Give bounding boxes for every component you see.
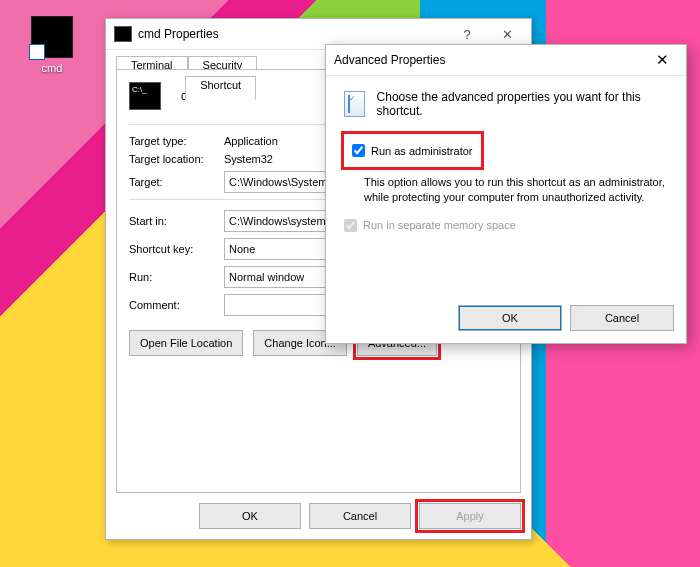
desktop-shortcut-cmd[interactable]: cmd (22, 16, 82, 74)
advanced-cancel-button[interactable]: Cancel (570, 305, 674, 331)
open-file-location-button[interactable]: Open File Location (129, 330, 243, 356)
run-as-admin-highlight: Run as administrator (344, 134, 481, 167)
apply-button[interactable]: Apply (419, 503, 521, 529)
target-type-value: Application (224, 135, 278, 147)
comment-label: Comment: (129, 299, 224, 311)
run-as-admin-label[interactable]: Run as administrator (371, 145, 473, 157)
ok-button[interactable]: OK (199, 503, 301, 529)
target-location-value: System32 (224, 153, 273, 165)
cancel-button[interactable]: Cancel (309, 503, 411, 529)
properties-footer: OK Cancel Apply (116, 503, 521, 529)
run-as-admin-description: This option allows you to run this short… (364, 175, 668, 205)
separate-memory-label: Run in separate memory space (363, 219, 516, 231)
properties-title: cmd Properties (138, 27, 447, 41)
desktop: cmd cmd Properties ? ✕ Terminal Security… (0, 0, 700, 567)
target-label: Target: (129, 176, 224, 188)
target-type-label: Target type: (129, 135, 224, 147)
advanced-titlebar[interactable]: Advanced Properties ✕ (326, 45, 686, 76)
target-location-label: Target location: (129, 153, 224, 165)
properties-sheet-icon (344, 91, 365, 117)
help-button[interactable]: ? (447, 23, 487, 45)
desktop-shortcut-label: cmd (22, 62, 82, 74)
cmd-icon (31, 16, 73, 58)
tab-shortcut[interactable]: Shortcut (185, 76, 256, 100)
run-label: Run: (129, 271, 224, 283)
app-icon (129, 82, 161, 110)
shortcutkey-label: Shortcut key: (129, 243, 224, 255)
advanced-intro-text: Choose the advanced properties you want … (377, 90, 668, 118)
close-button[interactable]: ✕ (487, 23, 527, 45)
advanced-properties-dialog: Advanced Properties ✕ Choose the advance… (325, 44, 687, 344)
separate-memory-checkbox (344, 219, 357, 232)
startin-label: Start in: (129, 215, 224, 227)
advanced-title: Advanced Properties (334, 53, 642, 67)
advanced-close-button[interactable]: ✕ (642, 46, 682, 74)
advanced-ok-button[interactable]: OK (458, 305, 562, 331)
shortcut-arrow-icon (31, 48, 41, 58)
cmd-titlebar-icon (114, 26, 132, 42)
run-as-admin-checkbox[interactable] (352, 144, 365, 157)
